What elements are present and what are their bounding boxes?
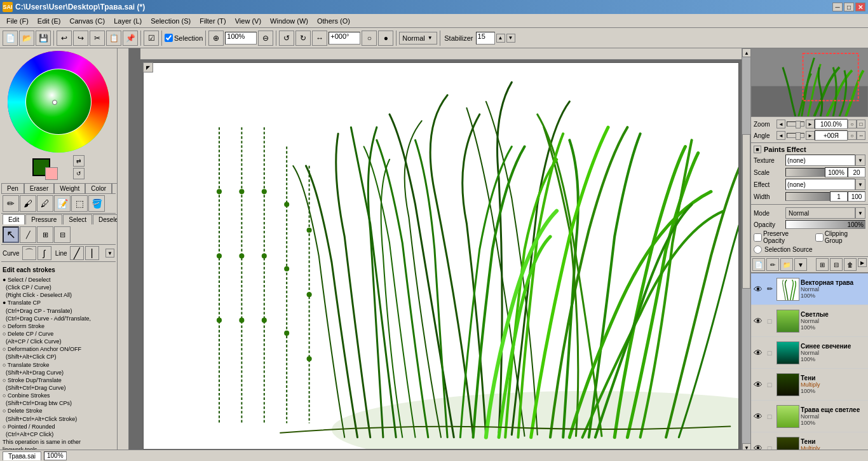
restore-button[interactable]: □ bbox=[844, 3, 854, 11]
layer-merge-down[interactable]: ⊞ bbox=[816, 258, 829, 271]
tool-line2[interactable]: | bbox=[85, 246, 99, 260]
menu-edit[interactable]: Edit (E) bbox=[34, 16, 65, 26]
angle-up-btn[interactable]: ► bbox=[806, 131, 815, 140]
stabilizer-up[interactable]: ▲ bbox=[496, 34, 505, 43]
angle-slider[interactable] bbox=[787, 133, 804, 138]
layer-merge-visible[interactable]: ⊟ bbox=[830, 258, 843, 271]
zoom-up-btn[interactable]: ► bbox=[806, 120, 815, 128]
opacity-slider[interactable]: 100% bbox=[785, 220, 865, 229]
tool-marker[interactable]: 📝 bbox=[54, 195, 71, 212]
tool-line1[interactable]: ╱ bbox=[70, 246, 84, 260]
stabilizer-input[interactable]: 15 bbox=[476, 32, 495, 45]
layer-3-lock[interactable]: □ bbox=[764, 347, 775, 359]
nav-preview[interactable] bbox=[751, 48, 868, 116]
tb-cut[interactable]: ✂ bbox=[90, 31, 105, 46]
layer-item-5[interactable]: 👁 □ Трава еще светлее Normal 100% bbox=[751, 401, 868, 432]
swap-colors-btn[interactable]: ⇄ bbox=[73, 155, 85, 167]
tb-rotate-reset[interactable]: ○ bbox=[362, 31, 377, 46]
menu-view[interactable]: View (V) bbox=[231, 16, 265, 26]
layer-5-lock[interactable]: □ bbox=[764, 411, 775, 422]
tb-copy[interactable]: 📋 bbox=[106, 31, 121, 46]
tb-save[interactable]: 💾 bbox=[36, 31, 51, 46]
angle-slider-handle[interactable] bbox=[796, 132, 801, 140]
zoom-reset-btn[interactable]: ○ bbox=[848, 120, 857, 128]
tb-undo[interactable]: ↩ bbox=[57, 31, 72, 46]
width-slider[interactable] bbox=[785, 192, 830, 201]
preserve-opacity-label[interactable]: Preserve Opacity bbox=[754, 230, 810, 244]
tab-select-sub[interactable]: Select bbox=[63, 214, 92, 224]
canvas-bg[interactable]: ◤ bbox=[129, 48, 742, 452]
layer-item-1[interactable]: 👁 ✏ Векторная трава Nor bbox=[751, 273, 868, 305]
zoom-slider[interactable] bbox=[787, 121, 804, 127]
tool-edit-desel[interactable]: ⊟ bbox=[54, 226, 71, 243]
tb-redo[interactable]: ↪ bbox=[73, 31, 88, 46]
effect-select[interactable]: (none) bbox=[785, 179, 855, 190]
canvas-corner-btn[interactable]: ◤ bbox=[143, 62, 153, 72]
layer-expand-btn[interactable]: ▼ bbox=[794, 258, 807, 271]
layer-4-visibility[interactable]: 👁 bbox=[752, 379, 764, 390]
selection-checkbox[interactable] bbox=[165, 34, 173, 42]
layer-scroll-btn[interactable]: ▶ bbox=[858, 258, 867, 267]
menu-window[interactable]: Window (W) bbox=[266, 16, 312, 26]
layer-2-lock[interactable]: □ bbox=[764, 315, 775, 327]
angle-flip-btn[interactable]: ↔ bbox=[857, 131, 865, 140]
tb-rotate-right[interactable]: ↻ bbox=[295, 31, 311, 46]
tab-pen[interactable]: Pen bbox=[1, 183, 24, 193]
reset-colors-btn[interactable]: ↺ bbox=[73, 168, 85, 179]
layer-1-visibility[interactable]: 👁 bbox=[752, 284, 764, 295]
tool-curve2[interactable]: ∫ bbox=[37, 246, 51, 260]
selection-source-radio[interactable] bbox=[754, 245, 762, 254]
angle-input[interactable]: +000° bbox=[329, 32, 360, 45]
clipping-group-checkbox[interactable] bbox=[815, 233, 824, 242]
layer-item-4[interactable]: 👁 □ Тени Multiply 100% bbox=[751, 369, 868, 401]
layer-item-3[interactable]: 👁 □ Синее свечение Normal 100% bbox=[751, 337, 868, 369]
menu-canvas[interactable]: Canvas (C) bbox=[66, 16, 109, 26]
tool-edit-sel2[interactable]: ⊞ bbox=[37, 226, 53, 243]
actual-canvas[interactable] bbox=[143, 62, 739, 450]
menu-layer[interactable]: Layer (L) bbox=[110, 16, 146, 26]
scale-slider[interactable] bbox=[785, 168, 825, 177]
layer-2-visibility[interactable]: 👁 bbox=[752, 315, 764, 327]
preserve-opacity-checkbox[interactable] bbox=[754, 233, 762, 242]
tab-edit[interactable]: Edit bbox=[3, 214, 25, 224]
effect-arrow[interactable]: ▼ bbox=[855, 179, 865, 190]
zoom-slider-handle[interactable] bbox=[796, 121, 801, 128]
texture-select[interactable]: (none) bbox=[785, 155, 855, 166]
tool-pen[interactable]: ✏ bbox=[3, 195, 19, 212]
v-scroll-thumb[interactable] bbox=[742, 134, 750, 289]
tab-weight[interactable]: Weight bbox=[54, 183, 85, 193]
layer-4-lock[interactable]: □ bbox=[764, 379, 775, 390]
tb-zoom-out[interactable]: ⊖ bbox=[258, 31, 273, 46]
layer-new-raster[interactable]: 📄 bbox=[752, 258, 765, 271]
sub-color-swatch[interactable] bbox=[45, 167, 58, 180]
tb-check[interactable]: ☑ bbox=[144, 31, 159, 46]
tool-brush[interactable]: 🖌 bbox=[20, 195, 36, 212]
menu-selection[interactable]: Selection (S) bbox=[147, 16, 194, 26]
tb-rotate-left[interactable]: ↺ bbox=[279, 31, 294, 46]
v-scrollbar[interactable]: ▲ ▼ bbox=[742, 48, 750, 452]
blend-mode-select[interactable]: Normal bbox=[399, 32, 437, 45]
zoom-fit-btn[interactable]: □ bbox=[857, 120, 865, 128]
close-button[interactable]: ✕ bbox=[855, 3, 865, 11]
layer-item-6[interactable]: 👁 □ Тени Multiply 100% bbox=[751, 432, 868, 450]
tools-scroll-down[interactable]: ▼ bbox=[105, 249, 114, 258]
tool-curve1[interactable]: ⌒ bbox=[22, 246, 36, 260]
paints-expand-btn[interactable]: ■ bbox=[754, 146, 761, 153]
tool-edit-select[interactable]: ↖ bbox=[3, 226, 19, 243]
mode-select[interactable]: Normal bbox=[785, 207, 855, 219]
menu-file[interactable]: File (F) bbox=[3, 16, 32, 26]
tb-new[interactable]: 📄 bbox=[3, 31, 18, 46]
tb-rotate-apply[interactable]: ● bbox=[378, 31, 393, 46]
stabilizer-dn[interactable]: ▼ bbox=[506, 34, 515, 43]
clipping-group-label[interactable]: Clipping Group bbox=[815, 230, 865, 244]
tab-scroll-right[interactable]: ▶ bbox=[112, 183, 118, 193]
tb-flip-h[interactable]: ↔ bbox=[312, 31, 327, 46]
tool-ink[interactable]: 🖊 bbox=[37, 195, 53, 212]
mode-arrow[interactable]: ▼ bbox=[855, 207, 865, 219]
selection-checkbox-label[interactable]: Selection bbox=[165, 34, 203, 42]
layer-new-vector[interactable]: ✏ bbox=[766, 258, 779, 271]
menu-others[interactable]: Others (O) bbox=[313, 16, 354, 26]
tool-edit-pressure[interactable]: ╱ bbox=[20, 226, 36, 243]
layer-3-visibility[interactable]: 👁 bbox=[752, 347, 764, 359]
layer-new-folder[interactable]: 📁 bbox=[780, 258, 793, 271]
